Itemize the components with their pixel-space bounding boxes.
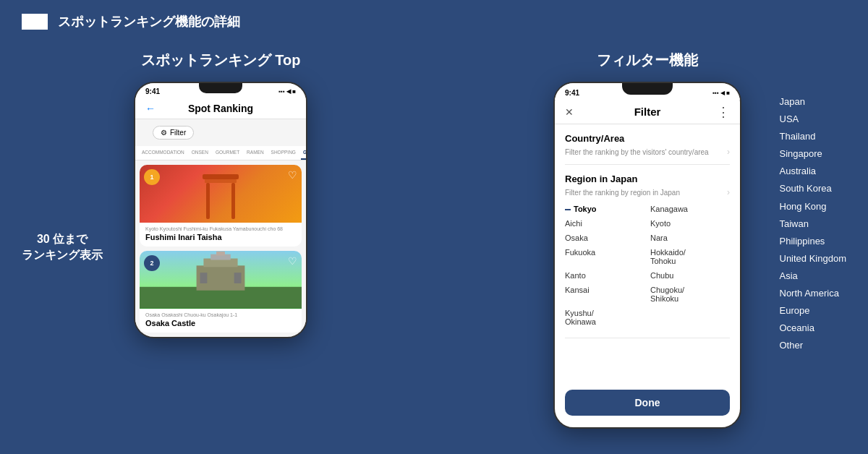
svg-rect-3 [231,183,235,219]
right-panel-title: フィルター機能 [597,51,698,70]
osaka-svg [140,251,302,309]
country-item-philippines: Philippines [754,234,847,249]
nav-title: Spot Ranking [188,103,253,114]
country-item-thailand: Thailand [754,129,847,145]
tab-general[interactable]: GENERAL [301,146,306,160]
country-item-taiwan: Taiwan [754,216,847,232]
filter-nav-title: Filter [634,106,661,118]
svg-rect-9 [200,273,208,283]
country-item-australia: Australia [754,163,847,179]
country-item-asia: Asia [754,268,847,284]
tab-gourmet[interactable]: GOURMET [213,146,242,160]
region-chubu[interactable]: Chubu [650,270,730,281]
country-section-title: Country/Area [565,133,730,144]
country-section-sub[interactable]: Filter the ranking by the visitors' coun… [565,147,730,157]
rank-badge-1: 1 [144,169,160,185]
osaka-image [140,251,302,309]
filter-bar: ⚙ Filter [135,119,306,146]
rank-badge-2: 2 [144,255,160,271]
filter-phone: 9:41 ▪▪▪ ◀ ■ ✕ Filter ⋮ Country/Area Fil… [553,82,741,429]
header-title: スポットランキング機能の詳細 [58,13,240,30]
place-name-2: Osaka Castle [145,319,296,327]
tab-accommodation[interactable]: ACCOMMODATION [140,146,187,160]
torii-svg [199,167,242,221]
region-chevron-icon: › [727,187,730,197]
fushimi-gate [140,165,302,223]
status-time: 9:41 [145,87,160,95]
heart-icon-1[interactable]: ♡ [288,169,297,181]
phone-nav: ← Spot Ranking [135,98,306,119]
country-item-other: Other [754,338,847,354]
region-kyoto[interactable]: Kyoto [650,218,730,229]
country-item-usa: USA [754,111,847,127]
region-section: Region in Japan Filter the ranking by re… [565,165,730,338]
more-menu-icon[interactable]: ⋮ [717,104,730,120]
category-tabs: ACCOMMODATION ONSEN GOURMET RAMEN SHOPPI… [135,146,306,160]
svg-rect-8 [216,252,225,256]
tab-shopping[interactable]: SHOPPING [269,146,298,160]
region-aichi[interactable]: Aichi [565,218,644,229]
done-button[interactable]: Done [565,390,730,416]
region-chugoku[interactable]: Chugoku/Shikoku [650,284,730,304]
header: スポットランキング機能の詳細 [0,0,868,43]
place-card-1: 1 ♡ Kyoto Kyoutoshi Fushimi-ku Fukakusa … [140,165,302,247]
region-kansai[interactable]: Kansai [565,284,644,304]
filter-button[interactable]: ⚙ Filter [153,126,194,140]
ranking-annotation: 30 位まで ランキング表示 [22,231,103,264]
filter-status-time: 9:41 [565,89,579,97]
back-arrow[interactable]: ← [145,103,156,114]
tab-onsen[interactable]: ONSEN [190,146,210,160]
country-item-northamerica: North America [754,286,847,301]
region-osaka[interactable]: Osaka [565,232,644,244]
region-kanto[interactable]: Kanto [565,270,644,281]
spot-ranking-phone: 9:41 ▪▪▪ ◀ ■ ← Spot Ranking ⚙ Filter ACC… [134,82,307,338]
phone-content: 1 ♡ Kyoto Kyoutoshi Fushimi-ku Fukakusa … [135,165,306,333]
country-item-uk: United Kingdom [754,251,847,267]
tab-ramen[interactable]: RAMEN [244,146,265,160]
svg-rect-2 [206,183,210,219]
region-section-sub[interactable]: Filter the ranking by region in Japan › [565,187,730,197]
main-content: スポットランキング Top 9:41 ▪▪▪ ◀ ■ ← Spot Rankin… [0,43,868,429]
annotation-text: 30 位まで ランキング表示 [22,231,103,264]
chevron-right-icon: › [727,147,730,157]
country-item-japan: Japan [754,94,847,110]
filter-status-icons: ▪▪▪ ◀ ■ [712,90,730,96]
regions-grid: Tokyo Kanagawa Aichi Kyoto Osaka Nara Fu… [565,197,730,330]
place-name-1: Fushimi Inari Taisha [145,233,296,241]
place-image-1: 1 ♡ [140,165,302,223]
header-accent [22,14,48,30]
phone-notch [199,83,242,93]
place-card-2: 2 ♡ Osaka Osakashi Chuou-ku Osakajou 1-1… [140,251,302,333]
svg-rect-10 [234,273,242,283]
filter-nav: ✕ Filter ⋮ [555,100,740,124]
svg-rect-0 [203,174,239,179]
country-item-hongkong: Hong Kong [754,199,847,215]
svg-rect-1 [205,179,237,183]
filter-notch [622,83,673,95]
place-info-2: Osaka Osakashi Chuou-ku Osakajou 1-1 Osa… [140,309,302,333]
country-item-singapore: Singapore [754,146,847,162]
close-icon[interactable]: ✕ [565,106,574,118]
filter-body: Country/Area Filter the ranking by the v… [555,124,740,338]
country-section: Country/Area Filter the ranking by the v… [565,124,730,165]
filter-icon: ⚙ [161,129,167,137]
region-kanagawa[interactable]: Kanagawa [650,203,730,215]
place-address-2: Osaka Osakashi Chuou-ku Osakajou 1-1 [145,312,296,317]
place-image-2: 2 ♡ [140,251,302,309]
country-item-oceania: Oceania [754,320,847,336]
status-icons: ▪▪▪ ◀ ■ [278,88,296,95]
region-tokyo[interactable]: Tokyo [565,203,644,215]
region-nara[interactable]: Nara [650,232,730,244]
place-info-1: Kyoto Kyoutoshi Fushimi-ku Fukakusa Yama… [140,223,302,247]
region-fukuoka[interactable]: Fukuoka [565,247,644,267]
heart-icon-2[interactable]: ♡ [288,255,297,267]
country-item-europe: Europe [754,303,847,319]
region-section-title: Region in Japan [565,174,730,184]
place-address-1: Kyoto Kyoutoshi Fushimi-ku Fukakusa Yama… [145,226,296,231]
left-panel-title: スポットランキング Top [141,51,301,70]
region-hokkaido[interactable]: Hokkaido/Tohoku [650,247,730,267]
fushimi-image [140,165,302,223]
selected-dot [565,209,571,210]
region-kyushu[interactable]: Kyushu/Okinawa [565,307,644,327]
country-list: Japan USA Thailand Singapore Australia S… [754,94,847,354]
